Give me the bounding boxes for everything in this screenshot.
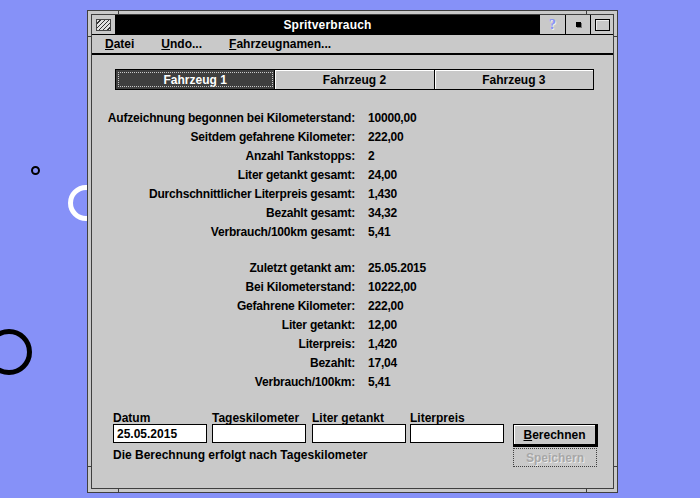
doodle-small-black-circle [31,166,40,175]
frame-tick [88,36,92,37]
frame-tick [118,488,119,492]
last-refuel-row: Bei Kilometerstand:10222,00 [92,278,613,297]
speichern-button-disabled: Speichern [513,448,597,467]
liter-getankt-label: Liter getankt [312,411,384,425]
tageskilometer-label: Tageskilometer [212,411,299,425]
frame-tick [586,488,587,492]
last-refuel-row: Literpreis:1,420 [92,335,613,354]
tab-fahrzeug-3[interactable]: Fahrzeug 3 [435,70,593,89]
minimize-icon [576,22,581,27]
help-button[interactable]: ? [539,15,565,34]
vehicle-tabs: Fahrzeug 1 Fahrzeug 2 Fahrzeug 3 [115,69,594,90]
desktop: Spritverbrauch ? Datei Undo... Fahrzeugn… [0,0,700,498]
liter-getankt-input[interactable] [312,424,406,443]
menu-bar: Datei Undo... Fahrzeugnamen... [92,34,613,55]
frame-tick [613,36,617,37]
last-refuel-row: Gefahrene Kilometer:222,00 [92,297,613,316]
system-menu-icon [96,19,111,31]
titlebar[interactable]: Spritverbrauch ? [92,15,613,35]
summary-row: Durchschnittlicher Literpreis gesamt:1,4… [92,185,613,204]
menu-item-datei[interactable]: Datei [105,37,134,51]
datum-label: Datum [113,411,150,425]
maximize-icon [595,19,610,31]
minimize-button[interactable] [565,15,590,34]
system-menu-button[interactable] [92,15,116,34]
menu-item-undo[interactable]: Undo... [161,37,202,51]
summary-row: Bezahlt gesamt:34,32 [92,204,613,223]
summary-row: Verbrauch/100km gesamt:5,41 [92,223,613,242]
app-window: Spritverbrauch ? Datei Undo... Fahrzeugn… [87,10,618,493]
calculation-note: Die Berechnung erfolgt nach Tageskilomet… [113,448,368,462]
last-refuel-row: Bezahlt:17,04 [92,354,613,373]
summary-section: Aufzeichnung begonnen bei Kilometerstand… [92,109,613,242]
summary-row: Aufzeichnung begonnen bei Kilometerstand… [92,109,613,128]
window-title: Spritverbrauch [116,15,539,34]
summary-row: Anzahl Tankstopps:2 [92,147,613,166]
tab-fahrzeug-1[interactable]: Fahrzeug 1 [116,70,275,89]
frame-tick [118,11,119,15]
doodle-large-black-circle [0,329,32,375]
last-refuel-row: Verbrauch/100km:5,41 [92,373,613,392]
summary-row: Liter getankt gesamt:24,00 [92,166,613,185]
menu-item-fahrzeugnamen[interactable]: Fahrzeugnamen... [229,37,331,51]
summary-row: Seitdem gefahrene Kilometer:222,00 [92,128,613,147]
literpreis-input[interactable] [410,424,504,443]
berechnen-button[interactable]: Berechnen [513,424,598,447]
last-refuel-section: Zuletzt getankt am:25.05.2015 Bei Kilome… [92,259,613,392]
tab-fahrzeug-2[interactable]: Fahrzeug 2 [275,70,434,89]
question-mark-icon: ? [549,18,556,32]
literpreis-label: Literpreis [410,411,465,425]
tageskilometer-input[interactable] [212,424,306,443]
last-refuel-row: Liter getankt:12,00 [92,316,613,335]
maximize-button[interactable] [590,15,613,34]
datum-input[interactable] [113,424,207,443]
frame-tick [88,466,92,467]
last-refuel-row: Zuletzt getankt am:25.05.2015 [92,259,613,278]
frame-tick [613,466,617,467]
frame-tick [586,11,587,15]
